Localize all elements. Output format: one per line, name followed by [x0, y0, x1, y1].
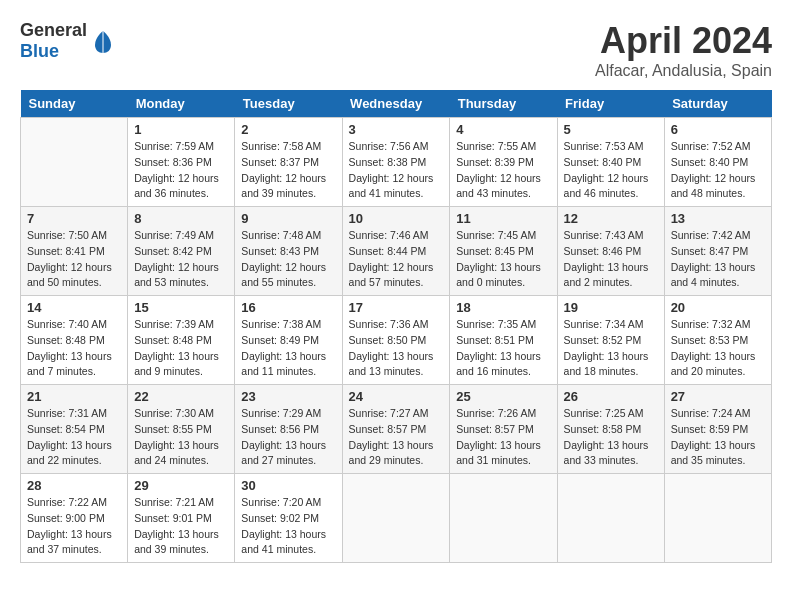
day-number: 15: [134, 300, 228, 315]
day-number: 10: [349, 211, 444, 226]
day-info: Sunrise: 7:29 AMSunset: 8:56 PMDaylight:…: [241, 406, 335, 469]
calendar-cell: 5Sunrise: 7:53 AMSunset: 8:40 PMDaylight…: [557, 118, 664, 207]
day-info: Sunrise: 7:27 AMSunset: 8:57 PMDaylight:…: [349, 406, 444, 469]
day-number: 20: [671, 300, 765, 315]
day-info: Sunrise: 7:34 AMSunset: 8:52 PMDaylight:…: [564, 317, 658, 380]
day-number: 26: [564, 389, 658, 404]
calendar-cell: 15Sunrise: 7:39 AMSunset: 8:48 PMDayligh…: [128, 296, 235, 385]
calendar-cell: 3Sunrise: 7:56 AMSunset: 8:38 PMDaylight…: [342, 118, 450, 207]
day-info: Sunrise: 7:58 AMSunset: 8:37 PMDaylight:…: [241, 139, 335, 202]
calendar-subtitle: Alfacar, Andalusia, Spain: [595, 62, 772, 80]
day-number: 30: [241, 478, 335, 493]
day-number: 11: [456, 211, 550, 226]
calendar-cell: 22Sunrise: 7:30 AMSunset: 8:55 PMDayligh…: [128, 385, 235, 474]
calendar-cell: 14Sunrise: 7:40 AMSunset: 8:48 PMDayligh…: [21, 296, 128, 385]
day-info: Sunrise: 7:40 AMSunset: 8:48 PMDaylight:…: [27, 317, 121, 380]
col-header-monday: Monday: [128, 90, 235, 118]
day-number: 3: [349, 122, 444, 137]
calendar-cell: 1Sunrise: 7:59 AMSunset: 8:36 PMDaylight…: [128, 118, 235, 207]
calendar-cell: 28Sunrise: 7:22 AMSunset: 9:00 PMDayligh…: [21, 474, 128, 563]
calendar-cell: [664, 474, 771, 563]
day-info: Sunrise: 7:38 AMSunset: 8:49 PMDaylight:…: [241, 317, 335, 380]
day-number: 21: [27, 389, 121, 404]
header-row: SundayMondayTuesdayWednesdayThursdayFrid…: [21, 90, 772, 118]
day-info: Sunrise: 7:26 AMSunset: 8:57 PMDaylight:…: [456, 406, 550, 469]
day-info: Sunrise: 7:20 AMSunset: 9:02 PMDaylight:…: [241, 495, 335, 558]
day-info: Sunrise: 7:42 AMSunset: 8:47 PMDaylight:…: [671, 228, 765, 291]
col-header-sunday: Sunday: [21, 90, 128, 118]
col-header-friday: Friday: [557, 90, 664, 118]
week-row-0: 1Sunrise: 7:59 AMSunset: 8:36 PMDaylight…: [21, 118, 772, 207]
day-number: 25: [456, 389, 550, 404]
day-number: 23: [241, 389, 335, 404]
calendar-cell: 26Sunrise: 7:25 AMSunset: 8:58 PMDayligh…: [557, 385, 664, 474]
day-number: 6: [671, 122, 765, 137]
day-info: Sunrise: 7:49 AMSunset: 8:42 PMDaylight:…: [134, 228, 228, 291]
calendar-cell: 20Sunrise: 7:32 AMSunset: 8:53 PMDayligh…: [664, 296, 771, 385]
day-info: Sunrise: 7:22 AMSunset: 9:00 PMDaylight:…: [27, 495, 121, 558]
day-info: Sunrise: 7:53 AMSunset: 8:40 PMDaylight:…: [564, 139, 658, 202]
day-info: Sunrise: 7:48 AMSunset: 8:43 PMDaylight:…: [241, 228, 335, 291]
day-number: 5: [564, 122, 658, 137]
day-info: Sunrise: 7:50 AMSunset: 8:41 PMDaylight:…: [27, 228, 121, 291]
col-header-thursday: Thursday: [450, 90, 557, 118]
calendar-cell: [450, 474, 557, 563]
calendar-cell: 30Sunrise: 7:20 AMSunset: 9:02 PMDayligh…: [235, 474, 342, 563]
calendar-cell: 4Sunrise: 7:55 AMSunset: 8:39 PMDaylight…: [450, 118, 557, 207]
calendar-cell: [557, 474, 664, 563]
calendar-cell: 18Sunrise: 7:35 AMSunset: 8:51 PMDayligh…: [450, 296, 557, 385]
day-info: Sunrise: 7:43 AMSunset: 8:46 PMDaylight:…: [564, 228, 658, 291]
day-info: Sunrise: 7:55 AMSunset: 8:39 PMDaylight:…: [456, 139, 550, 202]
calendar-cell: 21Sunrise: 7:31 AMSunset: 8:54 PMDayligh…: [21, 385, 128, 474]
calendar-cell: 19Sunrise: 7:34 AMSunset: 8:52 PMDayligh…: [557, 296, 664, 385]
day-info: Sunrise: 7:32 AMSunset: 8:53 PMDaylight:…: [671, 317, 765, 380]
calendar-cell: 29Sunrise: 7:21 AMSunset: 9:01 PMDayligh…: [128, 474, 235, 563]
calendar-cell: 13Sunrise: 7:42 AMSunset: 8:47 PMDayligh…: [664, 207, 771, 296]
calendar-cell: 8Sunrise: 7:49 AMSunset: 8:42 PMDaylight…: [128, 207, 235, 296]
calendar-cell: 12Sunrise: 7:43 AMSunset: 8:46 PMDayligh…: [557, 207, 664, 296]
day-number: 8: [134, 211, 228, 226]
day-number: 4: [456, 122, 550, 137]
week-row-4: 28Sunrise: 7:22 AMSunset: 9:00 PMDayligh…: [21, 474, 772, 563]
day-number: 19: [564, 300, 658, 315]
header: General Blue April 2024 Alfacar, Andalus…: [20, 20, 772, 80]
day-info: Sunrise: 7:36 AMSunset: 8:50 PMDaylight:…: [349, 317, 444, 380]
week-row-2: 14Sunrise: 7:40 AMSunset: 8:48 PMDayligh…: [21, 296, 772, 385]
calendar-cell: 2Sunrise: 7:58 AMSunset: 8:37 PMDaylight…: [235, 118, 342, 207]
calendar-cell: 10Sunrise: 7:46 AMSunset: 8:44 PMDayligh…: [342, 207, 450, 296]
day-info: Sunrise: 7:45 AMSunset: 8:45 PMDaylight:…: [456, 228, 550, 291]
week-row-3: 21Sunrise: 7:31 AMSunset: 8:54 PMDayligh…: [21, 385, 772, 474]
day-info: Sunrise: 7:35 AMSunset: 8:51 PMDaylight:…: [456, 317, 550, 380]
calendar-cell: 17Sunrise: 7:36 AMSunset: 8:50 PMDayligh…: [342, 296, 450, 385]
day-info: Sunrise: 7:31 AMSunset: 8:54 PMDaylight:…: [27, 406, 121, 469]
day-number: 29: [134, 478, 228, 493]
calendar-cell: 25Sunrise: 7:26 AMSunset: 8:57 PMDayligh…: [450, 385, 557, 474]
day-info: Sunrise: 7:30 AMSunset: 8:55 PMDaylight:…: [134, 406, 228, 469]
calendar-cell: 7Sunrise: 7:50 AMSunset: 8:41 PMDaylight…: [21, 207, 128, 296]
day-number: 17: [349, 300, 444, 315]
day-number: 2: [241, 122, 335, 137]
calendar-cell: 6Sunrise: 7:52 AMSunset: 8:40 PMDaylight…: [664, 118, 771, 207]
day-number: 12: [564, 211, 658, 226]
logo-general: General: [20, 20, 87, 40]
day-number: 13: [671, 211, 765, 226]
calendar-cell: 16Sunrise: 7:38 AMSunset: 8:49 PMDayligh…: [235, 296, 342, 385]
col-header-wednesday: Wednesday: [342, 90, 450, 118]
logo-blue: Blue: [20, 41, 59, 61]
calendar-cell: 23Sunrise: 7:29 AMSunset: 8:56 PMDayligh…: [235, 385, 342, 474]
day-info: Sunrise: 7:46 AMSunset: 8:44 PMDaylight:…: [349, 228, 444, 291]
col-header-tuesday: Tuesday: [235, 90, 342, 118]
day-info: Sunrise: 7:59 AMSunset: 8:36 PMDaylight:…: [134, 139, 228, 202]
day-number: 7: [27, 211, 121, 226]
title-area: April 2024 Alfacar, Andalusia, Spain: [595, 20, 772, 80]
logo: General Blue: [20, 20, 117, 62]
calendar-table: SundayMondayTuesdayWednesdayThursdayFrid…: [20, 90, 772, 563]
calendar-cell: 9Sunrise: 7:48 AMSunset: 8:43 PMDaylight…: [235, 207, 342, 296]
day-info: Sunrise: 7:56 AMSunset: 8:38 PMDaylight:…: [349, 139, 444, 202]
day-number: 18: [456, 300, 550, 315]
calendar-cell: [21, 118, 128, 207]
day-number: 16: [241, 300, 335, 315]
calendar-cell: 27Sunrise: 7:24 AMSunset: 8:59 PMDayligh…: [664, 385, 771, 474]
col-header-saturday: Saturday: [664, 90, 771, 118]
logo-icon: [89, 27, 117, 55]
